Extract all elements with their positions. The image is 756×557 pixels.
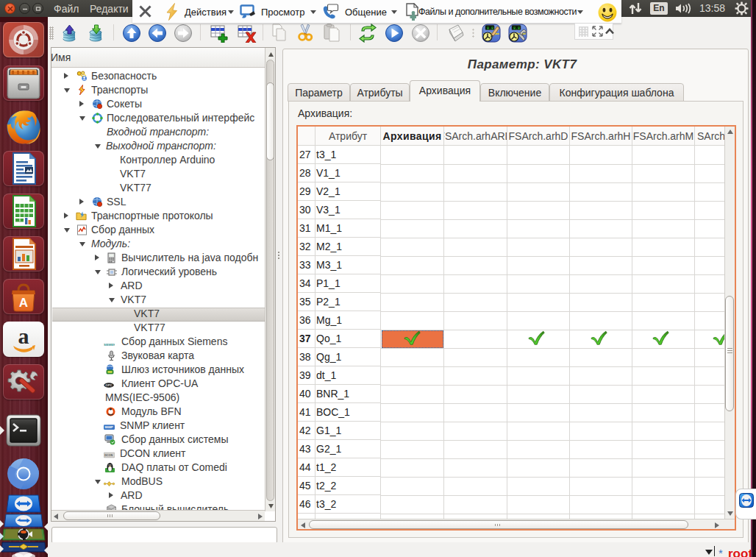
svg-text:A: A [19,296,28,310]
svg-text:a: a [18,324,29,348]
svg-text:8.8: 8.8 [513,26,520,31]
svg-text:8.8: 8.8 [487,26,493,31]
svg-text:SIEMENS: SIEMENS [104,343,115,347]
svg-text:DCON: DCON [104,454,113,457]
svg-text:SNMP: SNMP [104,425,113,429]
svg-text:OPC: OPC [105,383,112,387]
